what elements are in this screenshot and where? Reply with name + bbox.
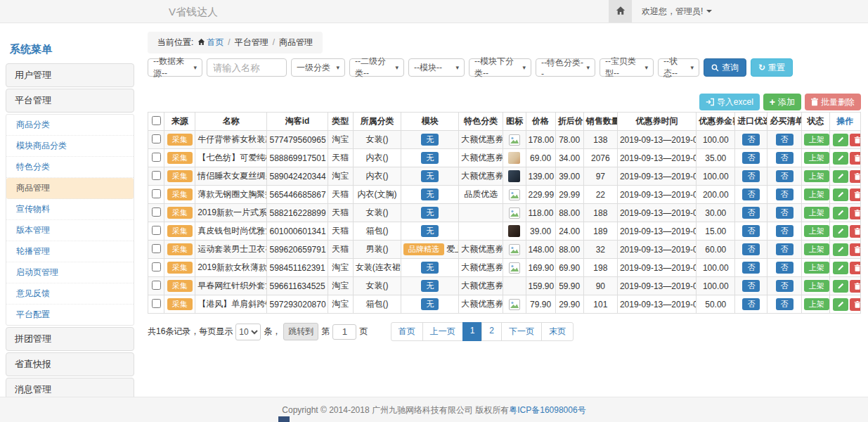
row-checkbox[interactable] bbox=[152, 134, 161, 143]
filter-select[interactable]: --模块下分类--▾ bbox=[469, 58, 531, 77]
filter-select[interactable]: --状态--▾ bbox=[658, 58, 699, 77]
row-checkbox[interactable] bbox=[152, 153, 161, 162]
search-button[interactable]: 查询 bbox=[704, 58, 746, 77]
delete-button[interactable] bbox=[850, 225, 861, 238]
row-checkbox[interactable] bbox=[152, 226, 161, 235]
must-buy-toggle[interactable]: 否 bbox=[776, 243, 793, 255]
sidebar-item[interactable]: 版本管理 bbox=[6, 220, 134, 241]
breadcrumb-home-link[interactable]: 首页 bbox=[207, 37, 224, 47]
imported-toggle[interactable]: 否 bbox=[742, 262, 760, 274]
sidebar-item[interactable]: 平台配置 bbox=[6, 305, 134, 325]
icp-link[interactable]: 粤ICP备16098006号 bbox=[509, 405, 585, 415]
must-buy-toggle[interactable]: 否 bbox=[776, 225, 793, 237]
sidebar-item[interactable]: 轮播管理 bbox=[6, 241, 134, 262]
page-number-input[interactable] bbox=[332, 324, 356, 340]
module-badge[interactable]: 无 bbox=[421, 298, 439, 310]
module-badge[interactable]: 无 bbox=[421, 152, 439, 164]
jump-button[interactable]: 跳转到 bbox=[283, 323, 318, 340]
sidebar-section-2[interactable]: 拼团管理 bbox=[6, 327, 134, 351]
delete-button[interactable] bbox=[850, 243, 861, 256]
edit-button[interactable] bbox=[833, 262, 848, 274]
imported-toggle[interactable]: 否 bbox=[742, 298, 760, 310]
delete-button[interactable] bbox=[850, 134, 861, 146]
must-buy-toggle[interactable]: 否 bbox=[776, 188, 793, 200]
module-badge[interactable]: 无 bbox=[421, 134, 439, 146]
edit-button[interactable] bbox=[833, 152, 848, 165]
module-badge[interactable]: 无 bbox=[421, 170, 439, 182]
edit-button[interactable] bbox=[833, 225, 848, 238]
module-badge[interactable]: 品牌精选 bbox=[403, 243, 444, 255]
row-checkbox[interactable] bbox=[152, 171, 161, 180]
filter-select[interactable]: --特色分类--▾ bbox=[536, 58, 595, 77]
row-checkbox[interactable] bbox=[152, 262, 161, 271]
imported-toggle[interactable]: 否 bbox=[742, 152, 760, 164]
imported-toggle[interactable]: 否 bbox=[742, 280, 760, 292]
module-badge[interactable]: 无 bbox=[421, 207, 439, 219]
must-buy-toggle[interactable]: 否 bbox=[776, 134, 793, 146]
delete-button[interactable] bbox=[850, 188, 861, 201]
import-excel-button[interactable]: 导入excel bbox=[699, 94, 760, 110]
status-badge[interactable]: 上架 bbox=[804, 152, 829, 164]
module-badge[interactable]: 无 bbox=[421, 225, 439, 237]
module-badge[interactable]: 无 bbox=[421, 262, 439, 274]
name-search-input[interactable] bbox=[207, 58, 287, 77]
sidebar-section-1[interactable]: 平台管理 bbox=[6, 89, 134, 113]
delete-button[interactable] bbox=[850, 298, 861, 311]
row-checkbox[interactable] bbox=[152, 207, 161, 217]
user-menu[interactable]: 欢迎您，管理员! bbox=[632, 0, 722, 23]
delete-button[interactable] bbox=[850, 152, 861, 165]
status-badge[interactable]: 上架 bbox=[804, 170, 829, 182]
imported-toggle[interactable]: 否 bbox=[742, 170, 760, 182]
module-badge[interactable]: 无 bbox=[421, 188, 439, 200]
page-button-末页[interactable]: 末页 bbox=[541, 322, 574, 341]
row-checkbox[interactable] bbox=[152, 189, 161, 198]
edit-button[interactable] bbox=[833, 243, 848, 256]
must-buy-toggle[interactable]: 否 bbox=[776, 298, 793, 310]
row-checkbox[interactable] bbox=[152, 281, 161, 290]
row-checkbox[interactable] bbox=[152, 299, 161, 308]
filter-select[interactable]: 一级分类▾ bbox=[291, 58, 345, 77]
status-badge[interactable]: 上架 bbox=[804, 280, 829, 292]
sidebar-section-0[interactable]: 用户管理 bbox=[6, 63, 134, 87]
imported-toggle[interactable]: 否 bbox=[742, 243, 760, 255]
sidebar-item[interactable]: 模块商品分类 bbox=[6, 136, 134, 157]
delete-button[interactable] bbox=[850, 262, 861, 274]
must-buy-toggle[interactable]: 否 bbox=[776, 280, 793, 292]
page-button-上一页[interactable]: 上一页 bbox=[422, 322, 463, 341]
sidebar-item[interactable]: 特色分类 bbox=[6, 157, 134, 178]
status-badge[interactable]: 上架 bbox=[804, 134, 829, 146]
reset-button[interactable]: ↻ 重置 bbox=[751, 58, 793, 77]
sidebar-section-4[interactable]: 消息管理 bbox=[6, 378, 134, 397]
home-button[interactable] bbox=[609, 0, 632, 23]
filter-select[interactable]: --数据来源--▾ bbox=[148, 58, 202, 77]
edit-button[interactable] bbox=[833, 207, 848, 219]
imported-toggle[interactable]: 否 bbox=[742, 207, 760, 219]
add-button[interactable]: + 添加 bbox=[763, 94, 801, 110]
edit-button[interactable] bbox=[833, 280, 848, 293]
delete-button[interactable] bbox=[850, 170, 861, 183]
batch-delete-button[interactable]: 批量删除 bbox=[805, 94, 861, 110]
edit-button[interactable] bbox=[833, 170, 848, 183]
sidebar-item[interactable]: 启动页管理 bbox=[6, 262, 134, 283]
filter-select[interactable]: --模块--▾ bbox=[408, 58, 465, 77]
sidebar-item[interactable]: 商品分类 bbox=[6, 115, 134, 136]
select-all-checkbox[interactable] bbox=[152, 116, 161, 125]
status-badge[interactable]: 上架 bbox=[804, 188, 829, 200]
must-buy-toggle[interactable]: 否 bbox=[776, 170, 793, 182]
filter-select[interactable]: --二级分类--▾ bbox=[349, 58, 404, 77]
edit-button[interactable] bbox=[833, 188, 848, 201]
edit-button[interactable] bbox=[833, 134, 848, 146]
sidebar-item[interactable]: 意见反馈 bbox=[6, 283, 134, 305]
status-badge[interactable]: 上架 bbox=[804, 298, 829, 310]
status-badge[interactable]: 上架 bbox=[804, 262, 829, 274]
imported-toggle[interactable]: 否 bbox=[742, 134, 760, 146]
status-badge[interactable]: 上架 bbox=[804, 243, 829, 255]
per-page-select[interactable]: 10 bbox=[235, 324, 261, 340]
sidebar-item[interactable]: 宣传物料 bbox=[6, 199, 134, 220]
imported-toggle[interactable]: 否 bbox=[742, 188, 760, 200]
status-badge[interactable]: 上架 bbox=[804, 225, 829, 237]
must-buy-toggle[interactable]: 否 bbox=[776, 152, 793, 164]
status-badge[interactable]: 上架 bbox=[804, 207, 829, 219]
module-badge[interactable]: 无 bbox=[421, 280, 439, 292]
edit-button[interactable] bbox=[833, 298, 848, 311]
